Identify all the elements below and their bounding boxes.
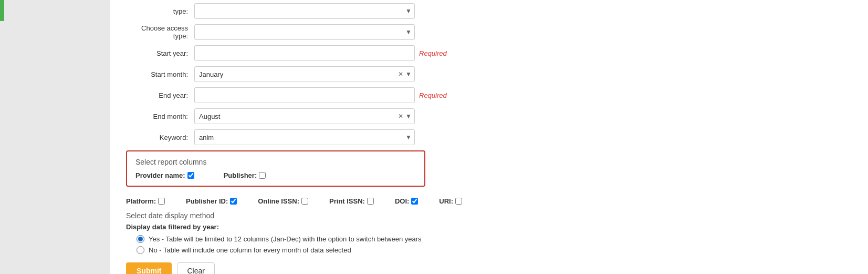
access-type-label: Choose access type: <box>126 24 194 40</box>
end-year-input[interactable]: 2023 <box>194 87 415 103</box>
content-area: type: ▼ Choose access type: <box>126 0 852 274</box>
end-month-label: End month: <box>126 113 194 120</box>
radio-no-input[interactable] <box>137 246 144 254</box>
radio-yes-label: Yes - Table will be limited to 12 column… <box>149 235 422 243</box>
radio-no-option: No - Table will include one column for e… <box>137 246 852 254</box>
type-select-icons: ▼ <box>405 7 412 15</box>
page-wrapper: type: ▼ Choose access type: <box>0 0 868 274</box>
col-print-issn-checkbox[interactable] <box>367 198 374 205</box>
radio-yes-option: Yes - Table will be limited to 12 column… <box>137 235 852 243</box>
radio-yes-input[interactable] <box>137 235 144 243</box>
start-year-label: Start year: <box>126 49 194 57</box>
col-print-issn: Print ISSN: <box>329 197 374 205</box>
chevron-down-icon: ▼ <box>405 7 412 15</box>
type-label: type: <box>126 7 194 15</box>
col-online-issn-checkbox[interactable] <box>301 198 308 205</box>
end-year-row: End year: 2023 Required <box>126 87 852 103</box>
sidebar <box>0 0 110 274</box>
start-year-input[interactable]: 2022 <box>194 45 415 61</box>
col-print-issn-label: Print ISSN: <box>329 197 365 205</box>
end-month-select[interactable]: August <box>194 108 415 124</box>
date-display-section: Select date display method Display data … <box>126 211 852 254</box>
clear-icon[interactable]: ✕ <box>398 70 403 78</box>
chevron-down-icon: ▼ <box>405 28 412 36</box>
access-type-select-icons: ▼ <box>405 28 412 36</box>
col-online-issn-label: Online ISSN: <box>258 197 299 205</box>
col-platform-label: Platform: <box>126 197 156 205</box>
report-columns-title: Select report columns <box>135 158 416 166</box>
access-type-select-wrapper: ▼ <box>194 24 415 40</box>
end-month-row: End month: August ✕ ▼ <box>126 108 852 124</box>
start-month-row: Start month: January ✕ ▼ <box>126 66 852 82</box>
date-display-title: Select date display method <box>126 211 852 220</box>
col-publisher-id-label: Publisher ID: <box>186 197 228 205</box>
col-uri-checkbox[interactable] <box>455 198 462 205</box>
type-row: type: ▼ <box>126 3 852 19</box>
end-year-label: End year: <box>126 92 194 99</box>
col-online-issn: Online ISSN: <box>258 197 308 205</box>
start-year-row: Start year: 2022 Required <box>126 45 852 61</box>
col-uri: URI: <box>439 197 462 205</box>
col-platform: Platform: <box>126 197 165 205</box>
clear-icon[interactable]: ✕ <box>398 113 403 120</box>
col-doi-checkbox[interactable] <box>411 198 418 205</box>
sidebar-accent <box>0 0 4 21</box>
col-provider-name-checkbox[interactable] <box>187 172 194 179</box>
keyword-select[interactable]: anim <box>194 129 415 145</box>
keyword-select-wrapper: anim ▼ <box>194 129 415 145</box>
col-publisher-id: Publisher ID: <box>186 197 237 205</box>
buttons-row: Submit Clear <box>126 262 852 274</box>
type-select-wrapper: ▼ <box>194 3 415 19</box>
start-year-required: Required <box>419 49 447 57</box>
start-month-label: Start month: <box>126 70 194 78</box>
keyword-row: Keyword: anim ▼ <box>126 129 852 145</box>
report-columns-inner-row: Provider name: Publisher: <box>135 171 416 179</box>
col-doi-label: DOI: <box>395 197 409 205</box>
access-type-row: Choose access type: ▼ <box>126 24 852 40</box>
chevron-down-icon: ▼ <box>405 134 412 141</box>
date-display-subtitle: Display data filtered by year: <box>126 223 852 231</box>
col-publisher: Publisher: <box>224 171 266 179</box>
col-publisher-checkbox[interactable] <box>259 172 266 179</box>
submit-button[interactable]: Submit <box>126 262 172 274</box>
col-doi: DOI: <box>395 197 418 205</box>
chevron-down-icon: ▼ <box>405 113 412 120</box>
start-month-select[interactable]: January <box>194 66 415 82</box>
col-platform-checkbox[interactable] <box>158 198 165 205</box>
keyword-label: Keyword: <box>126 134 194 141</box>
chevron-down-icon: ▼ <box>405 70 412 78</box>
main-content: type: ▼ Choose access type: <box>110 0 868 274</box>
extended-cols-row: Platform: Publisher ID: Online ISSN: Pri… <box>126 197 852 205</box>
col-publisher-id-checkbox[interactable] <box>230 198 237 205</box>
radio-no-label: No - Table will include one column for e… <box>149 246 351 254</box>
report-columns-box: Select report columns Provider name: Pub… <box>126 150 425 187</box>
col-publisher-label: Publisher: <box>224 171 257 179</box>
end-year-required: Required <box>419 92 447 99</box>
clear-button[interactable]: Clear <box>177 262 214 274</box>
end-month-select-wrapper: August ✕ ▼ <box>194 108 415 124</box>
access-type-select[interactable] <box>194 24 415 40</box>
type-select[interactable] <box>194 3 415 19</box>
keyword-select-icons: ▼ <box>405 134 412 141</box>
start-month-select-wrapper: January ✕ ▼ <box>194 66 415 82</box>
col-provider-name-label: Provider name: <box>135 171 185 179</box>
col-provider-name: Provider name: <box>135 171 194 179</box>
col-uri-label: URI: <box>439 197 453 205</box>
